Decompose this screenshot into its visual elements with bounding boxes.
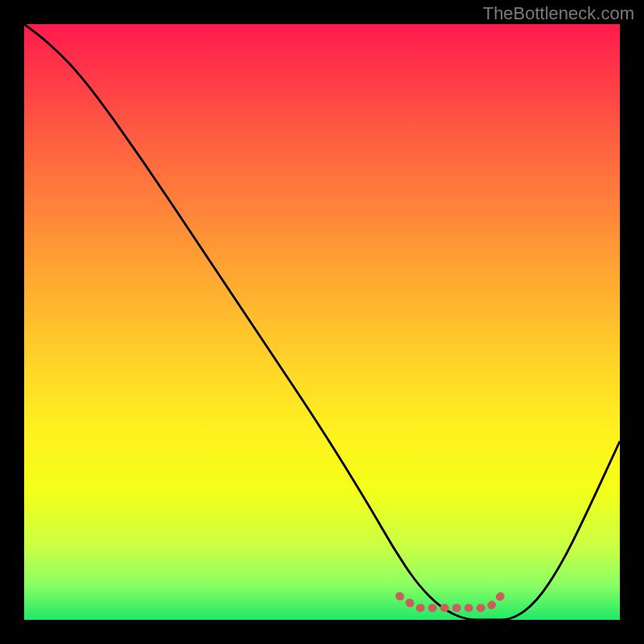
optimal-region-marker-path: [399, 596, 501, 608]
chart-container: TheBottleneck.com: [0, 0, 644, 644]
watermark-text: TheBottleneck.com: [483, 3, 634, 24]
chart-svg-overlay: [24, 24, 620, 620]
bottleneck-curve-path: [24, 24, 620, 620]
